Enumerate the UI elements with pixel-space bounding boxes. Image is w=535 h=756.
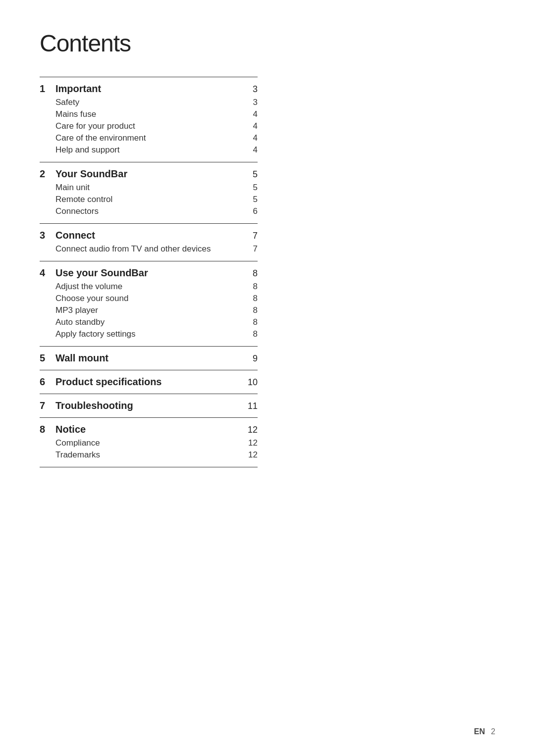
list-item: Apply factory settings8 (40, 328, 258, 340)
toc-title-1: Important (55, 83, 243, 95)
toc-number-4: 4 (40, 267, 55, 279)
list-item: Choose your sound8 (40, 293, 258, 304)
page-title: Contents (40, 30, 258, 57)
toc-page-3: 7 (243, 231, 258, 241)
list-item: Safety3 (40, 97, 258, 108)
toc-page-4: 8 (243, 268, 258, 279)
toc-title-2: Your SoundBar (55, 168, 243, 180)
footer-lang: EN (474, 727, 485, 736)
toc-sub-title: Care of the environment (55, 133, 243, 143)
toc-sub-title: Choose your sound (55, 294, 243, 303)
toc-sub-title: MP3 player (55, 305, 243, 315)
list-item: Care for your product4 (40, 120, 258, 132)
list-item: Adjust the volume8 (40, 281, 258, 293)
toc-title-7: Troubleshooting (55, 400, 243, 411)
list-item: Care of the environment4 (40, 132, 258, 144)
page-container: Contents 1Important3Safety3Mains fuse4Ca… (0, 0, 297, 497)
toc-sub-page: 12 (243, 450, 258, 460)
toc-title-3: Connect (55, 230, 243, 241)
toc-page-5: 9 (243, 353, 258, 364)
toc-sub-page: 8 (243, 317, 258, 327)
toc-sub-page: 4 (243, 133, 258, 143)
list-item: Remote control5 (40, 194, 258, 205)
toc-main-row-3: 3Connect7 (40, 224, 258, 243)
toc-title-8: Notice (55, 424, 243, 435)
toc-section-8: 8Notice12Compliance12Trademarks12 (40, 417, 258, 467)
toc-sub-page: 6 (243, 206, 258, 216)
toc-main-row-1: 1Important3 (40, 77, 258, 97)
toc-number-7: 7 (40, 400, 55, 411)
toc-sub-page: 8 (243, 294, 258, 303)
toc-section-4: 4Use your SoundBar8Adjust the volume8Cho… (40, 261, 258, 346)
toc-sub-title: Connect audio from TV and other devices (55, 244, 243, 254)
toc-section-5: 5Wall mount9 (40, 346, 258, 370)
toc-sub-page: 4 (243, 145, 258, 155)
toc-sub-title: Care for your product (55, 121, 243, 131)
toc-sub-rows-2: Main unit5Remote control5Connectors6 (40, 182, 258, 223)
toc-sub-title: Adjust the volume (55, 282, 243, 292)
toc-title-4: Use your SoundBar (55, 267, 243, 279)
toc-sub-page: 5 (243, 183, 258, 193)
toc-sub-page: 3 (243, 98, 258, 107)
toc-sub-rows-1: Safety3Mains fuse4Care for your product4… (40, 97, 258, 162)
toc-title-6: Product specifications (55, 376, 243, 388)
toc-sub-page: 12 (243, 438, 258, 448)
toc-page-7: 11 (243, 401, 258, 411)
toc-section-2: 2Your SoundBar5Main unit5Remote control5… (40, 162, 258, 223)
toc-sub-rows-4: Adjust the volume8Choose your sound8MP3 … (40, 281, 258, 346)
toc-sub-title: Main unit (55, 183, 243, 193)
list-item: Compliance12 (40, 437, 258, 449)
toc-number-3: 3 (40, 230, 55, 241)
list-item: Auto standby8 (40, 316, 258, 328)
toc-page-6: 10 (243, 377, 258, 388)
toc-table: 1Important3Safety3Mains fuse4Care for yo… (40, 77, 258, 467)
toc-section-3: 3Connect7Connect audio from TV and other… (40, 223, 258, 261)
toc-main-row-2: 2Your SoundBar5 (40, 162, 258, 182)
toc-number-2: 2 (40, 168, 55, 180)
toc-section-1: 1Important3Safety3Mains fuse4Care for yo… (40, 77, 258, 162)
toc-sub-page: 4 (243, 109, 258, 119)
toc-sub-page: 5 (243, 195, 258, 204)
list-item: Help and support4 (40, 144, 258, 156)
toc-main-row-7: 7Troubleshooting11 (40, 394, 258, 417)
toc-page-1: 3 (243, 84, 258, 95)
toc-sub-title: Help and support (55, 145, 243, 155)
toc-sub-title: Apply factory settings (55, 329, 243, 339)
toc-sub-page: 7 (243, 244, 258, 254)
toc-sub-title: Trademarks (55, 450, 243, 460)
toc-sub-rows-8: Compliance12Trademarks12 (40, 437, 258, 467)
toc-main-row-6: 6Product specifications10 (40, 370, 258, 394)
toc-sub-title: Safety (55, 98, 243, 107)
toc-sub-page: 8 (243, 282, 258, 292)
toc-sub-title: Connectors (55, 206, 243, 216)
toc-page-8: 12 (243, 425, 258, 435)
toc-section-7: 7Troubleshooting11 (40, 394, 258, 417)
list-item: Main unit5 (40, 182, 258, 194)
list-item: MP3 player8 (40, 304, 258, 316)
toc-sub-page: 4 (243, 121, 258, 131)
list-item: Connectors6 (40, 205, 258, 217)
list-item: Connect audio from TV and other devices7 (40, 243, 258, 255)
list-item: Trademarks12 (40, 449, 258, 461)
toc-main-row-8: 8Notice12 (40, 418, 258, 437)
toc-main-row-5: 5Wall mount9 (40, 347, 258, 370)
toc-section-6: 6Product specifications10 (40, 370, 258, 394)
toc-sub-page: 8 (243, 329, 258, 339)
toc-sub-title: Mains fuse (55, 109, 243, 119)
toc-sub-title: Auto standby (55, 317, 243, 327)
toc-number-8: 8 (40, 424, 55, 435)
toc-sub-page: 8 (243, 305, 258, 315)
footer-page: 2 (491, 727, 495, 736)
toc-number-1: 1 (40, 83, 55, 95)
toc-sub-rows-3: Connect audio from TV and other devices7 (40, 243, 258, 261)
toc-page-2: 5 (243, 169, 258, 180)
list-item: Mains fuse4 (40, 108, 258, 120)
footer: EN 2 (474, 727, 495, 736)
toc-title-5: Wall mount (55, 353, 243, 364)
toc-number-5: 5 (40, 353, 55, 364)
toc-number-6: 6 (40, 376, 55, 388)
toc-sub-title: Remote control (55, 195, 243, 204)
toc-main-row-4: 4Use your SoundBar8 (40, 261, 258, 281)
toc-sub-title: Compliance (55, 438, 243, 448)
